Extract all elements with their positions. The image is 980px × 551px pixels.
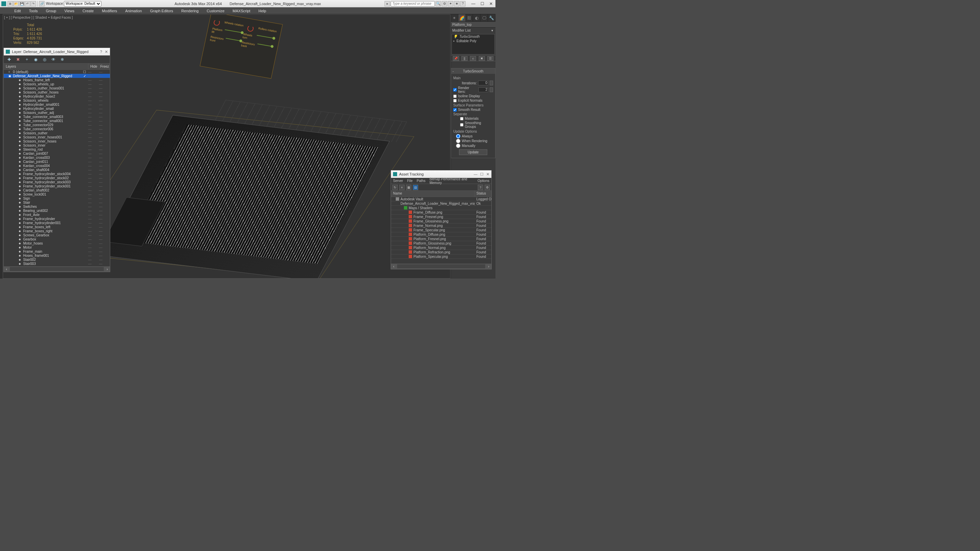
asset-row[interactable]: Platform_Fresnel.pngFound — [391, 237, 492, 241]
scroll-track[interactable] — [10, 267, 104, 271]
update-manual-radio[interactable] — [456, 143, 460, 148]
layer-expand-icon[interactable]: ▣ — [8, 75, 12, 78]
asset-help-button[interactable]: ? — [478, 185, 483, 190]
layer-row[interactable]: ◆Hoses_frame001—— — [4, 253, 110, 257]
asset-icons-button[interactable]: ▤ — [413, 185, 418, 190]
layer-row[interactable]: ◆Frame_hydrocylinder—— — [4, 217, 110, 221]
redo-button[interactable]: ↷ — [30, 1, 36, 6]
menu-help[interactable]: Help — [255, 9, 270, 13]
spinner-buttons[interactable] — [490, 87, 493, 92]
layer-tree[interactable]: ≡0 (default)☐—— ▣Defense_Aircraft_Loader… — [4, 70, 110, 266]
open-file-button[interactable]: 📂 — [13, 1, 19, 6]
asset-min-icon[interactable]: — — [474, 172, 477, 176]
layer-row[interactable]: ◆Steering_rod—— — [4, 147, 110, 151]
update-render-radio[interactable] — [456, 139, 460, 143]
layer-checkbox[interactable]: ✓ — [83, 74, 86, 78]
asset-row[interactable]: Frame_Normal.pngFound — [391, 224, 492, 228]
select-highlight-button[interactable]: ◉ — [33, 57, 38, 62]
menu-tools[interactable]: Tools — [25, 9, 42, 13]
scroll-track[interactable] — [397, 264, 485, 268]
asset-row[interactable]: Frame_Specular.pngFound — [391, 228, 492, 232]
delete-layer-button[interactable]: ✖ — [15, 57, 21, 62]
asset-menu-bitmap[interactable]: Bitmap Performance and Memory — [430, 177, 473, 185]
highlight-select-button[interactable]: ◎ — [42, 57, 47, 62]
hide-unhide-button[interactable]: 👁 — [51, 57, 56, 62]
asset-menu-server[interactable]: Server — [393, 179, 403, 183]
menu-create[interactable]: Create — [78, 9, 98, 13]
add-to-layer-button[interactable]: ＋ — [24, 57, 30, 62]
stack-turbosmooth[interactable]: TurboSmooth — [460, 35, 480, 38]
layer-row[interactable]: ◆Screws_Gearbox—— — [4, 233, 110, 237]
iterations-spinner[interactable]: 0 — [478, 81, 488, 86]
layer-row[interactable]: ◆Scissors_inner_hoses001—— — [4, 135, 110, 139]
maximize-button[interactable]: ☐ — [478, 0, 487, 7]
asset-max-icon[interactable]: ☐ — [480, 172, 484, 176]
asset-row[interactable]: Maps / Shaders — [391, 206, 492, 210]
tab-motion[interactable]: ◐ — [473, 14, 480, 21]
col-name[interactable]: Name — [391, 191, 475, 197]
layer-row[interactable]: ◆Cardan_shaft004—— — [4, 168, 110, 172]
asset-tree-button[interactable]: ≡ — [399, 185, 404, 190]
object-name-field[interactable]: Platform_top — [451, 22, 495, 27]
layer-row[interactable]: ◆Scissors_inner_hoses—— — [4, 139, 110, 143]
update-button[interactable]: Update — [459, 149, 487, 155]
asset-table-button[interactable]: ▦ — [406, 185, 411, 190]
asset-row[interactable]: Platform_Normal.pngFound — [391, 246, 492, 250]
asset-row[interactable]: Frame_Glossiness.pngFound — [391, 219, 492, 224]
layer-row[interactable]: ◆Scissors_wheels—— — [4, 98, 110, 102]
col-freeze[interactable]: Freez — [99, 64, 110, 69]
workspace-select[interactable]: Workspace: Default — [64, 1, 102, 6]
layer-row[interactable]: ◆Cardan_joint007—— — [4, 151, 110, 156]
app-icon[interactable] — [2, 2, 6, 6]
smooth-result-checkbox[interactable] — [453, 108, 457, 111]
render-iters-checkbox[interactable] — [453, 88, 457, 92]
layer-row[interactable]: ◆Tube_connector029—— — [4, 123, 110, 127]
save-file-button[interactable]: 💾 — [19, 1, 24, 6]
unique-button[interactable]: ⎌ — [470, 56, 476, 61]
col-layers[interactable]: Layers — [4, 64, 88, 69]
asset-hscroll[interactable]: ‹ › — [391, 264, 492, 269]
modifier-list-dropdown[interactable]: Modifier List — [452, 29, 490, 32]
minimize-button[interactable]: — — [469, 0, 478, 7]
layer-row[interactable]: ◆Gearbox—— — [4, 237, 110, 241]
menu-views[interactable]: Views — [60, 9, 78, 13]
undo-button[interactable]: ↶ — [25, 1, 30, 6]
layer-row[interactable]: ◆Tube_connector_small001—— — [4, 119, 110, 123]
col-hide[interactable]: Hide — [88, 64, 99, 69]
menu-group[interactable]: Group — [42, 9, 60, 13]
scroll-left-icon[interactable]: ‹ — [391, 264, 396, 269]
menu-edit[interactable]: Edit — [10, 9, 25, 13]
spinner-buttons[interactable] — [490, 81, 493, 86]
stack-editable-poly[interactable]: Editable Poly — [457, 39, 476, 43]
layer-row[interactable]: ◆Frame_hydrocylinder_stock004—— — [4, 172, 110, 176]
pin-stack-button[interactable]: 📌 — [453, 56, 459, 61]
layer-row[interactable]: ◆Stair004—— — [4, 266, 110, 266]
freeze-unfreeze-button[interactable]: ❄ — [60, 57, 65, 62]
asset-row[interactable]: Platform_Diffuse.pngFound — [391, 232, 492, 237]
menu-maxscript[interactable]: MAXScript — [229, 9, 255, 13]
layer-row[interactable]: ◆Tube_connector006—— — [4, 127, 110, 131]
tab-hierarchy[interactable]: ⛓ — [466, 14, 473, 21]
asset-row[interactable]: Platform_Specular.pngFound — [391, 254, 492, 259]
layer-hscroll[interactable]: ‹ › — [4, 266, 110, 272]
layer-row[interactable]: ◆Screw_lock001—— — [4, 192, 110, 196]
asset-row[interactable]: Frame_Diffuse.pngFound — [391, 210, 492, 214]
scroll-right-icon[interactable]: › — [486, 264, 492, 269]
control-hud[interactable]: Wheels rotationRollers rotation Platform… — [200, 14, 283, 79]
link-button[interactable]: 🔗 — [39, 1, 45, 6]
layer-row[interactable]: ◆Bearing_unit002—— — [4, 208, 110, 213]
bulb-icon[interactable]: 💡 — [453, 35, 457, 38]
explicit-normals-checkbox[interactable] — [453, 99, 457, 102]
layer-row[interactable]: ◆Scissors_wheels_up—— — [4, 82, 110, 86]
rollout-title[interactable]: TurboSmooth — [451, 68, 495, 74]
close-button[interactable]: ✕ — [487, 0, 495, 7]
layer-row[interactable]: ◆Scissors_outher—— — [4, 131, 110, 135]
layer-row[interactable]: ◆Scissors_inner—— — [4, 143, 110, 147]
col-status[interactable]: Status — [475, 191, 492, 197]
menu-modifiers[interactable]: Modifiers — [98, 9, 121, 13]
layer-row[interactable]: ◆Sign—— — [4, 196, 110, 200]
asset-list[interactable]: Autodesk VaultLogged ODefense_Aircraft_L… — [391, 197, 492, 264]
layer-row[interactable]: ◆Frame_boxes_left—— — [4, 225, 110, 229]
new-file-button[interactable]: 🗎 — [8, 1, 13, 6]
asset-row[interactable]: Autodesk VaultLogged O — [391, 197, 492, 202]
